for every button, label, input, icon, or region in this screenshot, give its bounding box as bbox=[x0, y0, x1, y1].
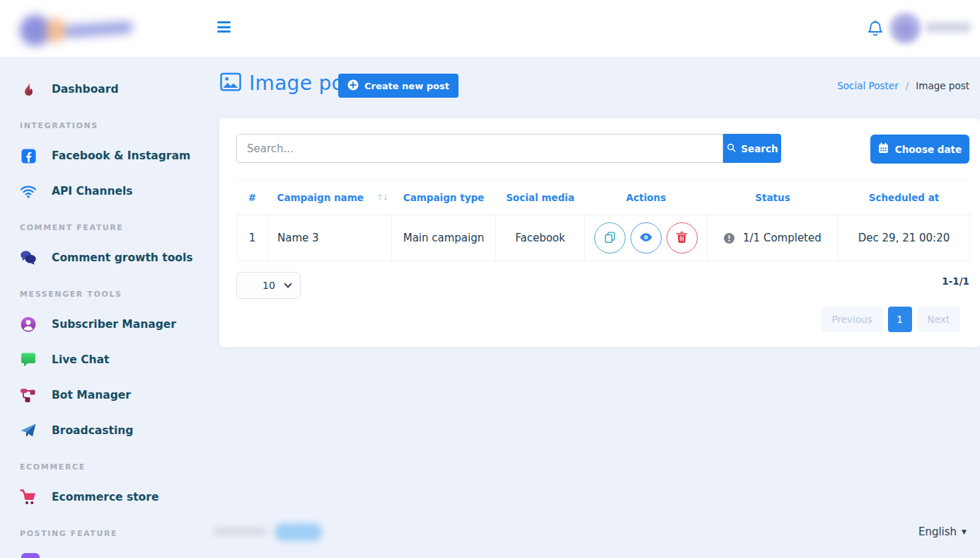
logo-blur-shape bbox=[64, 21, 134, 38]
top-bar bbox=[0, 0, 980, 57]
col-header-campaign-type: Campaign type bbox=[392, 181, 496, 215]
flowchart-icon bbox=[20, 387, 37, 404]
content-card: Search Choose date bbox=[219, 118, 980, 347]
language-dropdown[interactable]: English ▼ bbox=[918, 525, 967, 538]
view-button[interactable] bbox=[630, 222, 662, 254]
sidebar-section-posting-feature: POSTING FEATURE bbox=[0, 520, 212, 546]
sidebar-item-label: Dashboard bbox=[52, 83, 119, 96]
search-input[interactable] bbox=[236, 134, 723, 163]
page-1-button[interactable]: 1 bbox=[888, 307, 912, 332]
eye-icon bbox=[639, 230, 653, 246]
status-text: 1/1 Completed bbox=[743, 232, 822, 244]
user-circle-icon bbox=[20, 316, 37, 333]
sidebar-item-live-chat[interactable]: Live Chat bbox=[0, 342, 212, 377]
chat-bubbles-icon bbox=[20, 249, 37, 266]
search-button[interactable]: Search bbox=[723, 134, 781, 163]
footer-copyright-blurred bbox=[214, 528, 266, 535]
hamburger-icon[interactable] bbox=[217, 21, 233, 35]
trash-icon bbox=[676, 231, 688, 246]
sidebar-item-broadcasting[interactable]: Broadcasting bbox=[0, 413, 212, 448]
paper-plane-icon bbox=[20, 422, 37, 439]
col-header-num: # bbox=[237, 181, 268, 215]
image-icon bbox=[220, 72, 241, 94]
sidebar-item-comment-growth-tools[interactable]: Comment growth tools bbox=[0, 240, 212, 275]
pagination: Previous 1 Next bbox=[821, 307, 960, 332]
cart-icon bbox=[20, 489, 37, 506]
sidebar-item-subscriber-manager[interactable]: Subscriber Manager bbox=[0, 307, 212, 342]
col-header-scheduled-at: Scheduled at bbox=[838, 181, 970, 215]
logo-blur-shape bbox=[47, 18, 65, 42]
exclamation-circle-icon bbox=[724, 232, 743, 244]
cell-social-media: Facebook bbox=[496, 215, 585, 261]
sidebar-item-facebook-instagram[interactable]: Facebook & Instagram bbox=[0, 138, 212, 173]
bell-icon[interactable] bbox=[866, 19, 884, 38]
copy-button[interactable] bbox=[594, 222, 626, 254]
wifi-icon bbox=[20, 183, 37, 200]
sort-arrows-icon[interactable]: ↑↓ bbox=[376, 193, 387, 203]
breadcrumb-separator: / bbox=[906, 80, 909, 91]
sidebar-item-label: Facebook & Instagram bbox=[52, 149, 190, 162]
sidebar: Dashboard INTEGRATIONS Facebook & Instag… bbox=[0, 57, 212, 558]
sidebar-item-dashboard[interactable]: Dashboard bbox=[0, 72, 212, 107]
sidebar-section-comment-feature: COMMENT FEATURE bbox=[0, 215, 212, 240]
app-logo[interactable] bbox=[18, 9, 135, 47]
cell-status: 1/1 Completed bbox=[708, 215, 838, 261]
calendar-icon bbox=[878, 142, 889, 156]
breadcrumb-current: Image post bbox=[916, 80, 969, 91]
sidebar-item-api-channels[interactable]: API Channels bbox=[0, 173, 212, 209]
sidebar-item-label: Comment growth tools bbox=[52, 251, 192, 264]
sidebar-item-label: Ecommerce store bbox=[52, 491, 158, 503]
table-header-row: # Campaign name ↑↓ Campaign type Social … bbox=[237, 181, 970, 215]
breadcrumb-link-social-poster[interactable]: Social Poster bbox=[837, 80, 898, 91]
clipped-sidebar-icon bbox=[21, 553, 40, 558]
choose-date-button[interactable]: Choose date bbox=[870, 135, 969, 164]
facebook-icon bbox=[20, 147, 37, 164]
footer-badge-blurred[interactable] bbox=[275, 523, 322, 541]
col-header-status: Status bbox=[708, 181, 838, 215]
sidebar-item-label: Subscriber Manager bbox=[52, 318, 176, 331]
col-header-campaign-name[interactable]: Campaign name ↑↓ bbox=[268, 181, 392, 215]
delete-button[interactable] bbox=[667, 222, 698, 254]
sidebar-item-label: Live Chat bbox=[52, 353, 109, 366]
sidebar-item-label: Broadcasting bbox=[52, 424, 133, 437]
page-size-wrap: 10 bbox=[236, 272, 301, 299]
breadcrumb: Social Poster / Image post bbox=[837, 80, 969, 91]
sidebar-section-messenger-tools: MESSENGER TOOLS bbox=[0, 281, 212, 307]
cell-campaign-type: Main campaign bbox=[392, 215, 496, 261]
cell-scheduled-at: Dec 29, 21 00:20 bbox=[838, 215, 970, 261]
sidebar-section-integrations: INTEGRATIONS bbox=[0, 113, 212, 138]
next-page-button[interactable]: Next bbox=[917, 307, 960, 332]
sidebar-section-ecommerce: ECOMMERCE bbox=[0, 454, 212, 479]
app-root: Dashboard INTEGRATIONS Facebook & Instag… bbox=[0, 0, 980, 558]
col-header-social-media: Social media bbox=[496, 181, 585, 215]
sidebar-item-ecommerce-store[interactable]: Ecommerce store bbox=[0, 479, 212, 515]
campaigns-table: # Campaign name ↑↓ Campaign type Social … bbox=[236, 180, 970, 261]
user-name bbox=[926, 22, 971, 33]
sidebar-item-label: API Channels bbox=[52, 185, 133, 198]
cell-campaign-name: Name 3 bbox=[268, 215, 392, 261]
chat-square-icon bbox=[20, 351, 37, 368]
flame-icon bbox=[20, 81, 37, 98]
results-range-label: 1-1/1 bbox=[942, 275, 969, 287]
cell-actions bbox=[585, 215, 708, 261]
plus-circle-icon bbox=[347, 79, 359, 93]
search-icon bbox=[726, 142, 737, 155]
cell-num: 1 bbox=[237, 215, 268, 261]
create-new-post-button[interactable]: Create new post bbox=[338, 74, 459, 98]
page-size-select[interactable]: 10 bbox=[236, 272, 301, 299]
col-header-actions: Actions bbox=[585, 181, 708, 215]
previous-page-button[interactable]: Previous bbox=[821, 307, 882, 332]
table-row: 1 Name 3 Main campaign Facebook bbox=[237, 215, 970, 261]
user-avatar[interactable] bbox=[889, 12, 921, 44]
copy-icon bbox=[603, 230, 617, 246]
sidebar-item-bot-manager[interactable]: Bot Manager bbox=[0, 377, 212, 413]
sidebar-item-label: Bot Manager bbox=[52, 389, 131, 402]
caret-down-icon: ▼ bbox=[962, 528, 967, 535]
